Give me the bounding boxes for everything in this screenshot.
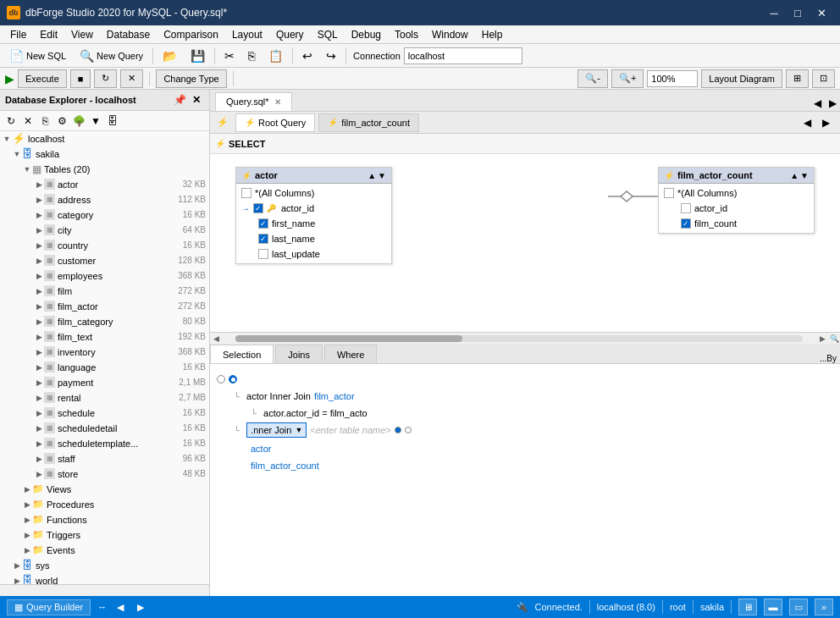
film-count-row-filmcount[interactable]: ✓ film_count xyxy=(659,216,814,231)
stop-button[interactable]: ■ xyxy=(70,69,91,88)
toolbar-btn-paste[interactable]: 📋 xyxy=(262,46,289,66)
sidebar-tree-button[interactable]: 🌳 xyxy=(71,113,86,129)
tree-item-language[interactable]: ▶ ▦ language 16 KB xyxy=(0,360,209,375)
close-button[interactable]: ✕ xyxy=(810,0,833,25)
film-count-check-actorid[interactable] xyxy=(681,203,691,213)
tree-item-sakila[interactable]: ▼ 🗄 sakila xyxy=(0,146,209,162)
film-count-row-all[interactable]: *(All Columns) xyxy=(659,185,814,201)
scroll-left-button[interactable]: ◀ xyxy=(210,333,222,345)
qb-tab-root-query[interactable]: ⚡ Root Query xyxy=(235,113,315,132)
menu-file[interactable]: File xyxy=(3,25,33,44)
tree-item-views[interactable]: ▶ 📁 Views xyxy=(0,482,209,497)
changetype-button[interactable]: Change Type xyxy=(156,69,226,88)
menu-tools[interactable]: Tools xyxy=(388,25,425,44)
bottom-tab-where[interactable]: Where xyxy=(324,345,377,363)
tree-item-actor[interactable]: ▶ ▦ actor 32 KB xyxy=(0,177,209,192)
qb-nav-left[interactable]: ◀ xyxy=(799,115,815,130)
tree-item-film-text[interactable]: ▶ ▦ film_text 192 KB xyxy=(0,329,209,345)
tree-item-category[interactable]: ▶ ▦ category 16 KB xyxy=(0,207,209,223)
film-count-scroll-down[interactable]: ▼ xyxy=(800,171,809,180)
tree-item-schedule[interactable]: ▶ ▦ schedule 16 KB xyxy=(0,406,209,421)
actor-row-lastupdate[interactable]: last_update xyxy=(236,246,391,262)
sidebar-close-button[interactable]: ✕ xyxy=(189,92,204,108)
groupby-label[interactable]: ...By xyxy=(816,354,840,363)
execute-button[interactable]: Execute xyxy=(18,69,67,88)
tree-item-inventory[interactable]: ▶ ▦ inventory 368 KB xyxy=(0,345,209,360)
tree-item-sys[interactable]: ▶ 🗄 sys xyxy=(0,558,209,573)
toolbar-btn-open[interactable]: 📂 xyxy=(157,46,183,66)
window-controls[interactable]: ─ □ ✕ xyxy=(762,0,833,25)
join-table-placeholder[interactable]: <enter table name> xyxy=(310,425,390,435)
tree-item-events[interactable]: ▶ 📁 Events xyxy=(0,543,209,558)
tree-item-customer[interactable]: ▶ ▦ customer 128 KB xyxy=(0,253,209,268)
menu-layout[interactable]: Layout xyxy=(225,25,269,44)
sidebar-filter-button[interactable]: ⚙ xyxy=(54,113,69,129)
status-overflow-button[interactable]: » xyxy=(815,599,833,615)
menu-sql[interactable]: SQL xyxy=(311,25,345,44)
actor-check-all[interactable] xyxy=(241,188,251,198)
refresh-button[interactable]: ↻ xyxy=(94,69,117,88)
status-arrow-left[interactable]: ◀ xyxy=(113,600,127,614)
diagram-area[interactable]: ⚡ actor ▲ ▼ *(All Columns) → ✓ xyxy=(210,154,840,332)
sidebar-delete-button[interactable]: ✕ xyxy=(20,113,36,129)
menu-view[interactable]: View xyxy=(64,25,100,44)
status-layout-button-2[interactable]: ▭ xyxy=(789,599,808,615)
join-table2-link[interactable]: film_actor_count xyxy=(251,461,319,471)
tab-close-icon[interactable]: ✕ xyxy=(274,97,281,107)
film-count-check-filmcount[interactable]: ✓ xyxy=(681,218,691,229)
menu-query[interactable]: Query xyxy=(269,25,311,44)
menu-database[interactable]: Database xyxy=(100,25,157,44)
sidebar-scrollbar-h[interactable] xyxy=(0,584,209,596)
tree-item-employees[interactable]: ▶ ▦ employees 368 KB xyxy=(0,268,209,284)
join-film-actor-link[interactable]: film_actor xyxy=(314,391,355,401)
menu-edit[interactable]: Edit xyxy=(33,25,64,44)
qb-nav-right[interactable]: ▶ xyxy=(818,115,833,130)
tree-item-city[interactable]: ▶ ▦ city 64 KB xyxy=(0,223,209,238)
minimize-button[interactable]: ─ xyxy=(762,0,786,25)
status-monitor-button[interactable]: 🖥 xyxy=(738,599,757,615)
tree-item-world[interactable]: ▶ 🗄 world xyxy=(0,573,209,584)
menu-help[interactable]: Help xyxy=(475,25,510,44)
scroll-track-h[interactable] xyxy=(235,335,803,342)
join-radio-1[interactable] xyxy=(217,375,225,383)
new-sql-button[interactable]: 📄 New SQL xyxy=(3,46,72,66)
sidebar-copy-button[interactable]: ⎘ xyxy=(37,113,52,129)
tree-item-rental[interactable]: ▶ ▦ rental 2,7 MB xyxy=(0,390,209,406)
maximize-button[interactable]: □ xyxy=(786,0,810,25)
tree-item-staff[interactable]: ▶ ▦ staff 96 KB xyxy=(0,451,209,466)
status-layout-button-1[interactable]: ▬ xyxy=(764,599,782,615)
actor-row-all[interactable]: *(All Columns) xyxy=(236,185,391,201)
tree-item-triggers[interactable]: ▶ 📁 Triggers xyxy=(0,527,209,543)
join-radio-2[interactable] xyxy=(229,375,237,383)
actor-check-lastupdate[interactable] xyxy=(258,249,268,259)
new-query-button[interactable]: 🔍 New Query xyxy=(74,46,149,66)
actor-table-scroll-up[interactable]: ▲ xyxy=(368,171,376,180)
toolbar-btn-undo[interactable]: ↩ xyxy=(296,46,318,66)
toolbar-icon-btn-2[interactable]: ⊡ xyxy=(812,69,835,88)
zoom-dropdown[interactable]: 100% xyxy=(647,70,698,87)
sidebar-db-button[interactable]: 🗄 xyxy=(105,113,120,129)
cancel-button[interactable]: ✕ xyxy=(120,69,143,88)
tree-item-scheduletemplate[interactable]: ▶ ▦ scheduletemplate... 16 KB xyxy=(0,436,209,451)
connection-dropdown[interactable]: localhost xyxy=(404,47,522,64)
film-count-scroll-up[interactable]: ▲ xyxy=(790,171,799,180)
tree-item-film-actor[interactable]: ▶ ▦ film_actor 272 KB xyxy=(0,299,209,314)
tree-item-payment[interactable]: ▶ ▦ payment 2,1 MB xyxy=(0,375,209,390)
toolbar-btn-save[interactable]: 💾 xyxy=(185,46,211,66)
menu-window[interactable]: Window xyxy=(425,25,475,44)
join-table1-link[interactable]: actor xyxy=(251,444,271,454)
tab-query-sql[interactable]: Query.sql* ✕ xyxy=(215,92,292,111)
bottom-tab-joins[interactable]: Joins xyxy=(275,345,323,363)
tree-item-film-category[interactable]: ▶ ▦ film_category 80 KB xyxy=(0,314,209,329)
zoom-out-button[interactable]: 🔍- xyxy=(578,69,608,88)
tree-item-country[interactable]: ▶ ▦ country 16 KB xyxy=(0,238,209,253)
sidebar-refresh-button[interactable]: ↻ xyxy=(3,113,19,129)
toolbar-btn-cut[interactable]: ✂ xyxy=(218,46,240,66)
tree-item-tables[interactable]: ▼ ▦ Tables (20) xyxy=(0,162,209,177)
tree-item-address[interactable]: ▶ ▦ address 112 KB xyxy=(0,192,209,207)
tree-item-store[interactable]: ▶ ▦ store 48 KB xyxy=(0,466,209,482)
sidebar-filter2-button[interactable]: ▼ xyxy=(88,113,103,129)
actor-table-scroll-down[interactable]: ▼ xyxy=(378,171,386,180)
menu-comparison[interactable]: Comparison xyxy=(157,25,225,44)
actor-check-lastname[interactable]: ✓ xyxy=(258,234,268,244)
